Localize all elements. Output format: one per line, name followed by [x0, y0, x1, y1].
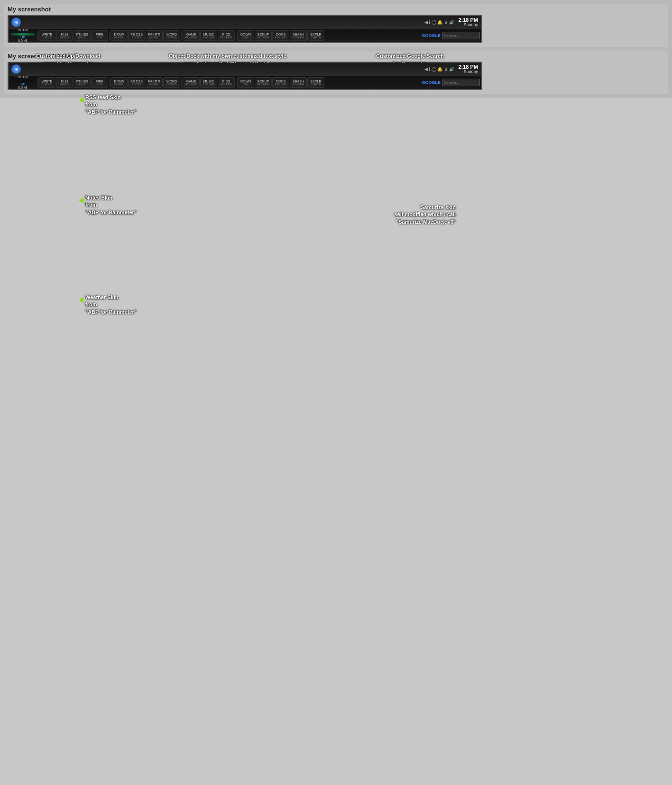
tb-bckup[interactable]: BCKUP FOLDER	[255, 30, 272, 41]
tb-docs[interactable]: DOCS FOLDER	[272, 30, 289, 41]
up-label: UP	[20, 36, 25, 39]
clock-widget: 2:18 PM Sunday	[458, 17, 478, 27]
tb-abash[interactable]: ABASH FOLDER	[290, 30, 307, 41]
tb2-abash[interactable]: ABASH FOLDER	[290, 77, 307, 88]
tb-word[interactable]: WORD OFFICE	[163, 30, 180, 41]
tb-fire[interactable]: FIRE FOX	[91, 30, 108, 41]
google-label: GOOGLE	[422, 33, 441, 38]
separator-0	[37, 31, 37, 40]
samurize-annotation-text: Samurize skinself modified which I call"…	[394, 204, 456, 226]
tb2-explr[interactable]: EXPLR CMPTR	[307, 77, 324, 88]
tb-explr[interactable]: EXPLR CMPTR	[307, 30, 324, 41]
section2-title: My screenshot labelled	[8, 53, 664, 60]
tb-itunes[interactable]: ITUNES MUSIC	[74, 30, 91, 41]
tb2-paintr[interactable]: PAINTR COREL	[146, 77, 163, 88]
tb-pscss[interactable]: PS CSS ADOBE	[128, 30, 145, 41]
up-value: 6.0 kB	[18, 39, 28, 42]
tb-write-top: WRITE	[42, 33, 53, 36]
taskbar-top: ⊞ ◀ ℹ ◯ 🔔 🖥 🔊 2:18 PM Sunday	[9, 16, 481, 29]
tb-paintr[interactable]: PAINTR COREL	[146, 30, 163, 41]
tb2-klm[interactable]: KLM VIDEO	[56, 77, 73, 88]
weather-annotation: Weather Skinfrom"ABP for Rainmeter"	[79, 294, 137, 316]
notes-annotation: Notes Skinfrom"ABP for Rainmeter"	[79, 194, 137, 216]
google2-label: GOOGLE	[422, 80, 441, 85]
separator-2	[181, 31, 182, 40]
down-up2-widget: DOWN 25.3 kb UP 6.0 kB	[9, 76, 36, 89]
separator-3	[236, 31, 236, 40]
google-search-widget: GOOGLE	[422, 32, 480, 39]
clock2-day: Sunday	[458, 70, 478, 74]
google2-search: GOOGLE	[422, 79, 480, 86]
google-search-input[interactable]	[442, 32, 480, 39]
tb-write[interactable]: WRITE CD/DVD	[38, 30, 55, 41]
rss-arrow-icon	[79, 96, 83, 105]
tb2-game[interactable]: GAME FOLDER	[183, 77, 200, 88]
screenshot2: ⊞ ◀ ℹ ◯ 🔔 🖥 🔊 2:18 PM Sunday	[8, 62, 482, 90]
win-logo2[interactable]: ⊞	[11, 64, 21, 74]
separator-1	[109, 31, 110, 40]
tb2-bckup[interactable]: BCKUP FOLDER	[255, 77, 272, 88]
rss-annotation: RSS feed Skinfrom"ABP for Rainmeter"	[79, 94, 137, 116]
tb-game[interactable]: GAME FOLDER	[183, 30, 200, 41]
tb2-docs[interactable]: DOCS FOLDER	[272, 77, 289, 88]
tb-pics[interactable]: PICS FOLDER	[218, 30, 235, 41]
weather-arrow-icon	[79, 296, 83, 305]
tb2-draw[interactable]: DRAW COREL	[110, 77, 128, 88]
taskbar-top-right: ◀ ℹ ◯ 🔔 🖥 🔊 2:18 PM Sunday	[424, 17, 478, 27]
tb-write-bottom: CD/DVD	[41, 36, 52, 39]
google2-search-input[interactable]	[442, 79, 480, 86]
samurize-annotation: Samurize skinself modified which I call"…	[394, 204, 456, 226]
weather-annotation-text: Weather Skinfrom"ABP for Rainmeter"	[85, 294, 137, 316]
tb-klm[interactable]: KLM VIDEO	[56, 30, 73, 41]
taskbar2-top-left: ⊞	[11, 64, 21, 74]
screenshot1: ⊞ ◀ ℹ ◯ 🔔 🖥 🔊 2:18 PM Sunday Wired	[8, 15, 482, 43]
tb2-music[interactable]: MUSIC FOLDER	[200, 77, 217, 88]
notes-arrow-icon	[79, 197, 83, 205]
tb-music[interactable]: MUSIC FOLDER	[200, 30, 217, 41]
labelled-screenshot-wrapper: ⊞ ◀ ℹ ◯ 🔔 🖥 🔊 2:18 PM Sunday	[8, 62, 482, 90]
notes-annotation-text: Notes Skinfrom"ABP for Rainmeter"	[85, 194, 137, 216]
system-tray-icons: ◀ ℹ ◯ 🔔 🖥 🔊	[424, 20, 455, 25]
tb2-write[interactable]: WRITE CD/DVD	[38, 77, 55, 88]
down2-graph	[11, 79, 35, 82]
section1-title: My screenshot	[8, 6, 664, 13]
rss-annotation-text: RSS feed Skinfrom"ABP for Rainmeter"	[85, 94, 137, 116]
clock-day: Sunday	[458, 23, 478, 27]
tb-draw[interactable]: DRAW COREL	[110, 30, 128, 41]
tb2-pscss[interactable]: PS CSS ADOBE	[128, 77, 145, 88]
taskbar-bottom: DOWN 25.3 kb UP 6.0 kB WRITE CD/DVD	[9, 29, 481, 42]
taskbar2-top-right: ◀ ℹ ◯ 🔔 🖥 🔊 2:18 PM Sunday	[424, 64, 478, 74]
tb2-down[interactable]: DOWN LOAD	[237, 77, 254, 88]
taskbar-top-left: ⊞	[11, 18, 21, 27]
tb2-fire[interactable]: FIRE FOX	[91, 77, 108, 88]
tb2-word[interactable]: WORD OFFICE	[163, 77, 180, 88]
taskbar2-top: ⊞ ◀ ℹ ◯ 🔔 🖥 🔊 2:18 PM Sunday	[9, 63, 481, 76]
tb-down[interactable]: DOWN LOAD	[237, 30, 254, 41]
clock2-widget: 2:18 PM Sunday	[458, 64, 478, 74]
down-up-widget: DOWN 25.3 kb UP 6.0 kB	[9, 29, 36, 42]
taskbar2-bottom: DOWN 25.3 kb UP 6.0 kB WRITE CD/DVD KLM	[9, 76, 481, 89]
windows-logo-icon[interactable]: ⊞	[11, 18, 21, 27]
tb2-itunes[interactable]: ITUNES MUSIC	[74, 77, 91, 88]
system-tray-icons2: ◀ ℹ ◯ 🔔 🖥 🔊	[424, 67, 455, 72]
tb2-pics[interactable]: PICS FOLDER	[218, 77, 235, 88]
down-graph	[11, 32, 35, 36]
